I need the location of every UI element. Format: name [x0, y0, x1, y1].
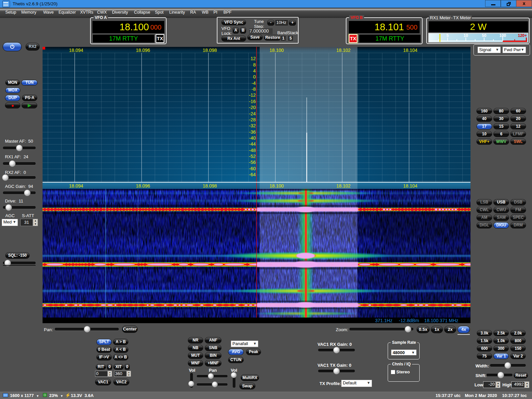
svg-text:4: 4 [253, 68, 256, 73]
svg-text:18.096: 18.096 [136, 48, 150, 53]
svg-text:-32: -32 [249, 123, 256, 128]
svg-text:18.098: 18.098 [203, 48, 217, 53]
svg-text:-4: -4 [252, 80, 256, 86]
svg-text:50: 50 [482, 33, 486, 38]
svg-text:-56: -56 [249, 160, 256, 165]
svg-text:-8: -8 [252, 86, 256, 92]
svg-text:-36: -36 [249, 129, 256, 135]
svg-text:120+: 120+ [518, 33, 527, 38]
svg-text:-60: -60 [249, 166, 256, 171]
svg-text:-20: -20 [249, 105, 256, 110]
svg-text:100: 100 [499, 33, 506, 38]
svg-text:-28: -28 [249, 117, 256, 122]
svg-text:-12: -12 [249, 92, 256, 98]
svg-text:10: 10 [464, 33, 468, 38]
svg-text:5: 5 [447, 33, 449, 38]
svg-text:8: 8 [253, 62, 256, 67]
svg-text:-40: -40 [249, 135, 256, 141]
svg-text:-44: -44 [249, 141, 256, 147]
svg-text:-16: -16 [249, 99, 256, 104]
svg-text:18.100: 18.100 [270, 48, 284, 53]
svg-text:-64: -64 [249, 172, 256, 177]
svg-text:18.104: 18.104 [403, 48, 418, 53]
svg-text:-48: -48 [249, 148, 256, 153]
svg-text:-24: -24 [249, 111, 256, 116]
svg-text:-52: -52 [249, 154, 256, 159]
svg-text:18.094: 18.094 [69, 48, 83, 53]
svg-text:18.102: 18.102 [336, 48, 351, 53]
svg-text:12: 12 [250, 56, 256, 61]
svg-text:0: 0 [253, 74, 256, 79]
